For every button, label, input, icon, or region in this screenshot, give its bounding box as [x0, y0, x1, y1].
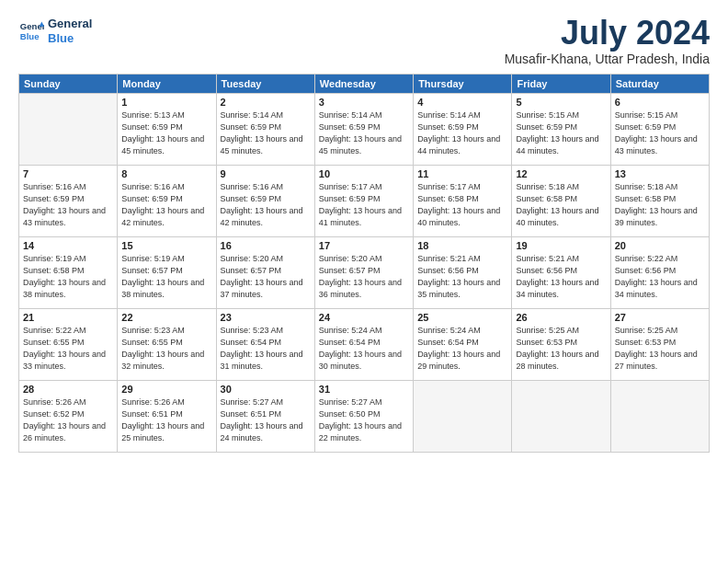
day-number: 7 [23, 168, 113, 179]
calendar-cell: 3Sunrise: 5:14 AMSunset: 6:59 PMDaylight… [314, 94, 413, 166]
day-info: Sunrise: 5:17 AMSunset: 6:58 PMDaylight:… [417, 181, 507, 229]
day-number: 17 [319, 240, 409, 251]
day-number: 3 [319, 97, 409, 108]
logo-icon: General Blue [18, 18, 44, 44]
calendar-cell: 15Sunrise: 5:19 AMSunset: 6:57 PMDayligh… [118, 237, 216, 309]
weekday-header-thursday: Thursday [414, 75, 512, 94]
calendar-cell: 8Sunrise: 5:16 AMSunset: 6:59 PMDaylight… [118, 166, 216, 237]
day-info: Sunrise: 5:24 AMSunset: 6:54 PMDaylight:… [319, 325, 409, 373]
day-number: 11 [417, 168, 507, 179]
page: General Blue General Blue July 2024 Musa… [0, 0, 728, 563]
weekday-header-sunday: Sunday [19, 75, 118, 94]
day-number: 21 [23, 312, 113, 323]
weekday-header-saturday: Saturday [610, 75, 709, 94]
calendar-cell [512, 381, 610, 453]
day-number: 2 [221, 97, 311, 108]
day-info: Sunrise: 5:24 AMSunset: 6:54 PMDaylight:… [417, 325, 507, 373]
calendar-week-1: 7Sunrise: 5:16 AMSunset: 6:59 PMDaylight… [19, 166, 710, 237]
calendar-cell: 27Sunrise: 5:25 AMSunset: 6:53 PMDayligh… [610, 309, 709, 381]
day-info: Sunrise: 5:21 AMSunset: 6:56 PMDaylight:… [417, 253, 507, 301]
day-info: Sunrise: 5:18 AMSunset: 6:58 PMDaylight:… [516, 181, 606, 229]
calendar-table: SundayMondayTuesdayWednesdayThursdayFrid… [18, 74, 710, 453]
day-number: 15 [121, 240, 211, 251]
calendar-cell: 30Sunrise: 5:27 AMSunset: 6:51 PMDayligh… [216, 381, 314, 453]
month-title: July 2024 [505, 17, 710, 50]
calendar-cell: 26Sunrise: 5:25 AMSunset: 6:53 PMDayligh… [512, 309, 610, 381]
day-info: Sunrise: 5:27 AMSunset: 6:50 PMDaylight:… [319, 396, 409, 444]
weekday-header-friday: Friday [512, 75, 610, 94]
calendar-cell: 22Sunrise: 5:23 AMSunset: 6:55 PMDayligh… [118, 309, 216, 381]
day-info: Sunrise: 5:21 AMSunset: 6:56 PMDaylight:… [516, 253, 606, 301]
day-info: Sunrise: 5:16 AMSunset: 6:59 PMDaylight:… [221, 181, 311, 229]
calendar-cell: 2Sunrise: 5:14 AMSunset: 6:59 PMDaylight… [216, 94, 314, 166]
calendar-cell: 21Sunrise: 5:22 AMSunset: 6:55 PMDayligh… [19, 309, 118, 381]
calendar-cell: 23Sunrise: 5:23 AMSunset: 6:54 PMDayligh… [216, 309, 314, 381]
day-info: Sunrise: 5:14 AMSunset: 6:59 PMDaylight:… [417, 109, 507, 157]
day-number: 26 [516, 312, 606, 323]
calendar-cell: 11Sunrise: 5:17 AMSunset: 6:58 PMDayligh… [414, 166, 512, 237]
day-number: 10 [319, 168, 409, 179]
calendar-cell: 19Sunrise: 5:21 AMSunset: 6:56 PMDayligh… [512, 237, 610, 309]
day-number: 19 [516, 240, 606, 251]
title-block: July 2024 Musafir-Khana, Uttar Pradesh, … [505, 17, 710, 66]
calendar-cell: 17Sunrise: 5:20 AMSunset: 6:57 PMDayligh… [314, 237, 413, 309]
day-number: 23 [221, 312, 311, 323]
calendar-cell: 6Sunrise: 5:15 AMSunset: 6:59 PMDaylight… [610, 94, 709, 166]
day-info: Sunrise: 5:19 AMSunset: 6:57 PMDaylight:… [121, 253, 211, 301]
logo: General Blue General Blue [18, 17, 92, 45]
day-number: 28 [23, 384, 113, 395]
day-info: Sunrise: 5:14 AMSunset: 6:59 PMDaylight:… [221, 109, 311, 157]
calendar-cell: 16Sunrise: 5:20 AMSunset: 6:57 PMDayligh… [216, 237, 314, 309]
day-info: Sunrise: 5:23 AMSunset: 6:54 PMDaylight:… [221, 325, 311, 373]
calendar-cell: 24Sunrise: 5:24 AMSunset: 6:54 PMDayligh… [314, 309, 413, 381]
day-number: 12 [516, 168, 606, 179]
day-number: 9 [221, 168, 311, 179]
calendar-cell: 7Sunrise: 5:16 AMSunset: 6:59 PMDaylight… [19, 166, 118, 237]
logo-text-general: General [48, 17, 92, 31]
day-info: Sunrise: 5:16 AMSunset: 6:59 PMDaylight:… [23, 181, 113, 229]
day-info: Sunrise: 5:15 AMSunset: 6:59 PMDaylight:… [516, 109, 606, 157]
day-info: Sunrise: 5:26 AMSunset: 6:52 PMDaylight:… [23, 396, 113, 444]
day-number: 4 [417, 97, 507, 108]
day-info: Sunrise: 5:23 AMSunset: 6:55 PMDaylight:… [121, 325, 211, 373]
day-number: 27 [615, 312, 705, 323]
day-info: Sunrise: 5:27 AMSunset: 6:51 PMDaylight:… [221, 396, 311, 444]
day-number: 5 [516, 97, 606, 108]
day-info: Sunrise: 5:25 AMSunset: 6:53 PMDaylight:… [615, 325, 705, 373]
day-number: 14 [23, 240, 113, 251]
calendar-cell: 4Sunrise: 5:14 AMSunset: 6:59 PMDaylight… [414, 94, 512, 166]
day-info: Sunrise: 5:16 AMSunset: 6:59 PMDaylight:… [121, 181, 211, 229]
day-number: 24 [319, 312, 409, 323]
day-number: 1 [121, 97, 211, 108]
calendar-cell [414, 381, 512, 453]
calendar-cell: 18Sunrise: 5:21 AMSunset: 6:56 PMDayligh… [414, 237, 512, 309]
day-info: Sunrise: 5:25 AMSunset: 6:53 PMDaylight:… [516, 325, 606, 373]
calendar-cell [610, 381, 709, 453]
day-number: 13 [615, 168, 705, 179]
day-number: 20 [615, 240, 705, 251]
day-number: 18 [417, 240, 507, 251]
calendar-cell: 31Sunrise: 5:27 AMSunset: 6:50 PMDayligh… [314, 381, 413, 453]
calendar-header-row: SundayMondayTuesdayWednesdayThursdayFrid… [19, 75, 710, 94]
calendar-cell: 12Sunrise: 5:18 AMSunset: 6:58 PMDayligh… [512, 166, 610, 237]
calendar-cell: 29Sunrise: 5:26 AMSunset: 6:51 PMDayligh… [118, 381, 216, 453]
calendar-week-3: 21Sunrise: 5:22 AMSunset: 6:55 PMDayligh… [19, 309, 710, 381]
calendar-cell: 13Sunrise: 5:18 AMSunset: 6:58 PMDayligh… [610, 166, 709, 237]
day-number: 30 [221, 384, 311, 395]
day-info: Sunrise: 5:13 AMSunset: 6:59 PMDaylight:… [121, 109, 211, 157]
calendar-cell: 20Sunrise: 5:22 AMSunset: 6:56 PMDayligh… [610, 237, 709, 309]
day-number: 22 [121, 312, 211, 323]
calendar-cell: 5Sunrise: 5:15 AMSunset: 6:59 PMDaylight… [512, 94, 610, 166]
svg-text:Blue: Blue [20, 30, 40, 40]
header: General Blue General Blue July 2024 Musa… [18, 17, 710, 66]
day-number: 31 [319, 384, 409, 395]
day-info: Sunrise: 5:22 AMSunset: 6:56 PMDaylight:… [615, 253, 705, 301]
weekday-header-tuesday: Tuesday [216, 75, 314, 94]
calendar-cell: 9Sunrise: 5:16 AMSunset: 6:59 PMDaylight… [216, 166, 314, 237]
day-info: Sunrise: 5:14 AMSunset: 6:59 PMDaylight:… [319, 109, 409, 157]
calendar-week-4: 28Sunrise: 5:26 AMSunset: 6:52 PMDayligh… [19, 381, 710, 453]
day-info: Sunrise: 5:20 AMSunset: 6:57 PMDaylight:… [319, 253, 409, 301]
calendar-week-2: 14Sunrise: 5:19 AMSunset: 6:58 PMDayligh… [19, 237, 710, 309]
day-info: Sunrise: 5:19 AMSunset: 6:58 PMDaylight:… [23, 253, 113, 301]
logo-text-blue: Blue [48, 31, 92, 46]
